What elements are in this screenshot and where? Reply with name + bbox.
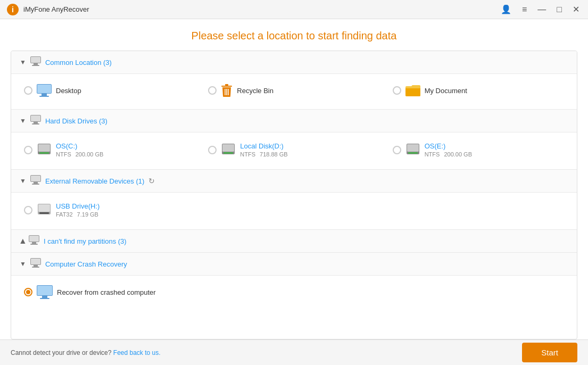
crash-recovery-title: Computer Crash Recovery <box>45 260 127 268</box>
refresh-icon[interactable]: ↻ <box>148 177 155 185</box>
page-header: Please select a location to start findin… <box>0 19 588 51</box>
usb-h-label: USB Drive(H:) FAT327.19 GB <box>56 202 103 218</box>
external-section-icon <box>30 175 41 187</box>
svg-rect-42 <box>32 267 39 268</box>
os-e-icon-wrap <box>405 144 420 156</box>
monitor-icon <box>37 285 53 299</box>
svg-rect-7 <box>37 85 51 93</box>
svg-rect-16 <box>31 115 40 121</box>
os-e-item[interactable]: OS(E:) NTFS200.00 GB <box>388 139 568 161</box>
recover-crashed-icon-wrap <box>37 285 53 299</box>
svg-rect-24 <box>223 152 233 154</box>
bottom-message: Cannot detect your drive or device? Feed… <box>11 349 522 356</box>
svg-rect-11 <box>225 84 228 86</box>
desktop-icon <box>37 84 52 97</box>
desktop-label: Desktop <box>56 87 81 95</box>
chevron-common-location: ▼ <box>20 59 26 66</box>
svg-rect-17 <box>34 122 38 123</box>
svg-rect-29 <box>31 176 40 181</box>
chevron-hard-disk: ▼ <box>20 117 26 125</box>
feedback-link[interactable]: Feed back to us. <box>113 349 161 356</box>
svg-rect-4 <box>34 63 38 65</box>
desktop-icon-wrap <box>37 84 52 97</box>
svg-rect-37 <box>32 242 36 244</box>
section-cant-find[interactable]: ▶ I can't find my partitions (3) <box>11 230 577 253</box>
usb-h-icon-wrap <box>37 204 52 217</box>
os-c-radio[interactable] <box>24 146 32 154</box>
svg-rect-36 <box>29 236 39 242</box>
svg-rect-33 <box>38 204 50 212</box>
my-document-radio[interactable] <box>393 86 401 95</box>
cannot-detect-text: Cannot detect your drive or device? <box>11 349 111 356</box>
svg-rect-41 <box>34 265 38 267</box>
local-d-icon-wrap <box>221 144 236 156</box>
local-d-item[interactable]: Local Disk(D:) NTFS718.88 GB <box>204 139 384 161</box>
close-button[interactable]: ✕ <box>570 3 582 15</box>
svg-rect-18 <box>32 123 39 125</box>
os-c-icon-wrap <box>37 144 52 156</box>
cant-find-section-icon <box>29 235 39 247</box>
svg-rect-5 <box>32 65 39 66</box>
crash-recovery-items: Recover from crashed computer <box>11 276 577 311</box>
os-e-radio[interactable] <box>393 146 401 154</box>
local-d-label: Local Disk(D:) NTFS718.88 GB <box>240 142 292 157</box>
recycle-bin-icon <box>221 84 233 97</box>
maximize-button[interactable]: □ <box>554 4 564 15</box>
svg-rect-31 <box>32 184 39 185</box>
hard-disk-section-icon <box>30 115 41 127</box>
svg-rect-30 <box>34 182 38 184</box>
start-button[interactable]: Start <box>522 343 577 362</box>
svg-rect-20 <box>38 144 50 152</box>
hdd-e-icon <box>405 144 420 156</box>
window-controls: 👤 ≡ — □ ✕ <box>499 3 582 15</box>
svg-rect-23 <box>222 144 234 152</box>
os-c-label: OS(C:) NTFS200.00 GB <box>56 142 107 157</box>
svg-rect-9 <box>39 96 49 97</box>
external-devices-items: USB Drive(H:) FAT327.19 GB <box>11 193 577 230</box>
computer-icon <box>30 56 41 68</box>
external-devices-title: External Removable Devices (1) <box>45 177 144 185</box>
bottom-bar: Cannot detect your drive or device? Feed… <box>0 339 588 365</box>
cant-find-title: I can't find my partitions (3) <box>44 237 127 245</box>
svg-rect-3 <box>31 57 40 63</box>
svg-rect-38 <box>30 244 38 245</box>
recycle-bin-item[interactable]: Recycle Bin <box>204 80 384 101</box>
chevron-cant-find: ▶ <box>19 239 26 244</box>
chevron-crash-recovery: ▼ <box>20 260 26 268</box>
page-title: Please select a location to start findin… <box>192 30 397 42</box>
app-logo: i <box>6 3 19 16</box>
svg-rect-40 <box>31 259 40 264</box>
minimize-button[interactable]: — <box>535 4 548 15</box>
svg-rect-21 <box>39 152 49 154</box>
desktop-item[interactable]: Desktop <box>20 80 200 101</box>
recycle-bin-radio[interactable] <box>208 86 217 95</box>
section-external-devices[interactable]: ▼ External Removable Devices (1) ↻ <box>11 170 577 193</box>
chevron-external: ▼ <box>20 177 26 185</box>
local-d-radio[interactable] <box>208 146 217 154</box>
hard-disk-title: Hard Disk Drives (3) <box>45 117 107 125</box>
section-hard-disk[interactable]: ▼ Hard Disk Drives (3) <box>11 110 577 132</box>
recycle-bin-icon-wrap <box>221 84 233 97</box>
desktop-radio[interactable] <box>24 86 32 95</box>
section-common-location[interactable]: ▼ Common Location (3) <box>11 51 577 74</box>
my-document-icon-wrap <box>405 85 420 96</box>
recover-crashed-radio[interactable] <box>24 288 32 296</box>
my-document-item[interactable]: My Document <box>388 80 568 101</box>
section-crash-recovery[interactable]: ▼ Computer Crash Recovery <box>11 253 577 276</box>
os-c-item[interactable]: OS(C:) NTFS200.00 GB <box>20 139 200 161</box>
svg-rect-10 <box>221 86 232 87</box>
usb-h-radio[interactable] <box>24 206 32 214</box>
titlebar: i iMyFone AnyRecover 👤 ≡ — □ ✕ <box>0 0 588 19</box>
hdd-d-icon <box>221 144 236 156</box>
content-area: ▼ Common Location (3) <box>11 51 577 339</box>
user-icon[interactable]: 👤 <box>499 3 514 15</box>
recover-crashed-label: Recover from crashed computer <box>57 288 156 296</box>
svg-rect-27 <box>408 152 418 154</box>
folder-icon <box>405 85 420 96</box>
main-container: Please select a location to start findin… <box>0 19 588 365</box>
os-e-label: OS(E:) NTFS200.00 GB <box>425 142 476 157</box>
usb-h-item[interactable]: USB Drive(H:) FAT327.19 GB <box>20 199 568 221</box>
menu-icon[interactable]: ≡ <box>520 4 529 15</box>
recycle-bin-label: Recycle Bin <box>237 87 274 95</box>
recover-crashed-item[interactable]: Recover from crashed computer <box>20 282 568 302</box>
